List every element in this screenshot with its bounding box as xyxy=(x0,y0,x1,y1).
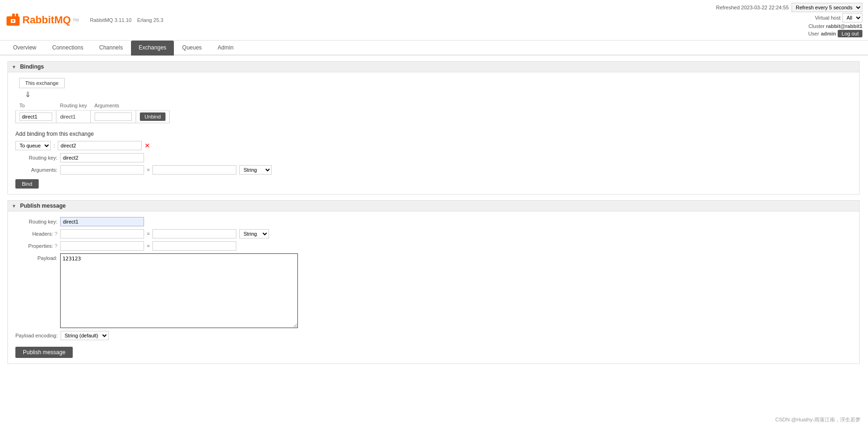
arg-key-input[interactable] xyxy=(60,165,144,175)
svg-rect-1 xyxy=(12,14,15,18)
refreshed-time: Refreshed 2023-03-22 22:24:55 xyxy=(716,5,789,10)
publish-routing-key-input[interactable] xyxy=(60,217,144,226)
svg-rect-2 xyxy=(16,14,18,17)
logo-area: RabbitMQ TM RabbitMQ 3.11.10 Erlang 25.3 xyxy=(6,13,163,28)
user-row: User admin Log out xyxy=(808,30,862,37)
virtual-host-label: Virtual host xyxy=(815,15,840,21)
logo-tm: TM xyxy=(73,18,79,22)
publish-routing-key-label: Routing key: xyxy=(15,219,57,224)
cluster-row: Cluster rabbit@rabbit1 xyxy=(808,23,862,29)
arrow-down-icon: ⇓ xyxy=(25,90,852,99)
payload-encoding-row: Payload encoding: String (default) Base6… xyxy=(15,331,852,340)
headers-type-select[interactable]: String int double xyxy=(239,229,269,238)
logo-text: RabbitMQ xyxy=(22,14,71,26)
publish-section-title: Publish message xyxy=(20,203,66,209)
user-value: admin xyxy=(821,31,836,36)
top-bar: RabbitMQ TM RabbitMQ 3.11.10 Erlang 25.3… xyxy=(0,0,868,41)
publish-headers-row: Headers: ? = String int double xyxy=(15,229,852,238)
publish-routing-key-row: Routing key: xyxy=(15,217,852,226)
rabbitmq-version: RabbitMQ 3.11.10 xyxy=(90,17,131,23)
publish-section-body: Routing key: Headers: ? = String int dou… xyxy=(7,211,860,364)
binding-arguments-input[interactable] xyxy=(95,112,132,121)
virtual-host-select[interactable]: All xyxy=(842,13,862,22)
payload-encoding-label: Payload encoding: xyxy=(15,333,58,338)
cluster-value: rabbit@rabbit1 xyxy=(826,23,862,29)
binding-destination-input[interactable] xyxy=(58,141,142,150)
col-arguments: Arguments xyxy=(91,101,136,111)
nav-exchanges[interactable]: Exchanges xyxy=(131,41,173,56)
table-row: direct1 Unbind xyxy=(16,111,170,123)
publish-properties-row: Properties: ? = xyxy=(15,241,852,251)
nav-channels[interactable]: Channels xyxy=(92,41,131,56)
publish-headers-label: Headers: ? xyxy=(15,231,57,237)
binding-routing-key-cell: direct1 xyxy=(56,111,91,123)
refresh-select[interactable]: Refresh every 5 seconds xyxy=(792,3,862,12)
payload-textarea[interactable]: 123123 xyxy=(60,253,298,328)
headers-value-input[interactable] xyxy=(152,229,236,238)
properties-equals: = xyxy=(147,243,150,249)
erlang-version: Erlang 25.3 xyxy=(137,17,163,23)
headers-key-input[interactable] xyxy=(60,229,144,238)
virtual-host-row: Virtual host All xyxy=(815,13,862,22)
arg-value-input[interactable] xyxy=(152,165,236,175)
payload-encoding-select[interactable]: String (default) Base64 xyxy=(61,331,109,340)
nav-connections[interactable]: Connections xyxy=(45,41,91,56)
unbind-button[interactable]: Unbind xyxy=(140,112,165,121)
publish-properties-label: Properties: ? xyxy=(15,243,57,249)
nav-overview[interactable]: Overview xyxy=(6,41,44,56)
user-label: User xyxy=(808,31,819,36)
cluster-label: Cluster xyxy=(808,23,825,29)
bind-button[interactable]: Bind xyxy=(15,179,39,189)
content: ▼ Bindings This exchange ⇓ To Routing ke… xyxy=(0,56,867,370)
publish-message-button[interactable]: Publish message xyxy=(15,347,73,358)
payload-label: Payload: xyxy=(15,253,57,261)
logout-button[interactable]: Log out xyxy=(838,30,862,37)
publish-toggle-icon: ▼ xyxy=(12,203,16,209)
top-right: Refreshed 2023-03-22 22:24:55 Refresh ev… xyxy=(716,3,862,37)
routing-key-label: Routing key: xyxy=(15,155,57,161)
publish-section-header[interactable]: ▼ Publish message xyxy=(7,200,860,211)
colon-separator: : xyxy=(54,143,55,148)
payload-row: Payload: 123123 xyxy=(15,253,852,328)
col-action xyxy=(136,101,170,111)
args-equals: = xyxy=(147,167,150,173)
bindings-section-title: Bindings xyxy=(20,63,44,70)
version-info: RabbitMQ 3.11.10 Erlang 25.3 xyxy=(90,17,164,23)
binding-arguments-cell xyxy=(91,111,136,123)
clear-destination-icon[interactable]: ✕ xyxy=(145,142,150,149)
arguments-row: Arguments: = String int double float lon… xyxy=(15,165,852,175)
arg-type-select[interactable]: String int double float long short byte … xyxy=(239,165,272,175)
bindings-section-body: This exchange ⇓ To Routing key Arguments xyxy=(7,72,860,195)
routing-key-input[interactable] xyxy=(60,153,144,162)
nav-queues[interactable]: Queues xyxy=(175,41,209,56)
arguments-label: Arguments: xyxy=(15,167,57,173)
properties-key-input[interactable] xyxy=(60,241,144,251)
exchange-box-wrapper: This exchange xyxy=(15,78,852,90)
binding-routing-key-value: direct1 xyxy=(60,114,76,119)
nav-bar: Overview Connections Channels Exchanges … xyxy=(0,41,868,56)
col-to: To xyxy=(16,101,56,111)
properties-value-input[interactable] xyxy=(152,241,236,251)
properties-help-icon[interactable]: ? xyxy=(55,243,57,249)
routing-key-row: Routing key: xyxy=(15,153,852,162)
rabbitmq-logo-icon xyxy=(6,13,21,28)
exchange-box: This exchange xyxy=(19,78,65,88)
binding-to-cell xyxy=(16,111,56,123)
nav-admin[interactable]: Admin xyxy=(210,41,241,56)
binding-type-row: To queue : ✕ xyxy=(15,141,852,150)
col-routing-key: Routing key xyxy=(56,101,91,111)
headers-help-icon[interactable]: ? xyxy=(55,231,57,237)
bindings-section-header[interactable]: ▼ Bindings xyxy=(7,61,860,72)
bindings-toggle-icon: ▼ xyxy=(12,64,16,70)
binding-table: To Routing key Arguments direct1 xyxy=(15,101,170,123)
binding-type-select[interactable]: To queue xyxy=(15,141,51,150)
svg-point-4 xyxy=(12,20,14,22)
refresh-row: Refreshed 2023-03-22 22:24:55 Refresh ev… xyxy=(716,3,862,12)
binding-action-cell: Unbind xyxy=(136,111,170,123)
add-binding-title: Add binding from this exchange xyxy=(15,131,852,137)
logo: RabbitMQ TM xyxy=(6,13,79,28)
headers-equals: = xyxy=(147,231,150,237)
binding-to-input[interactable] xyxy=(20,112,52,121)
